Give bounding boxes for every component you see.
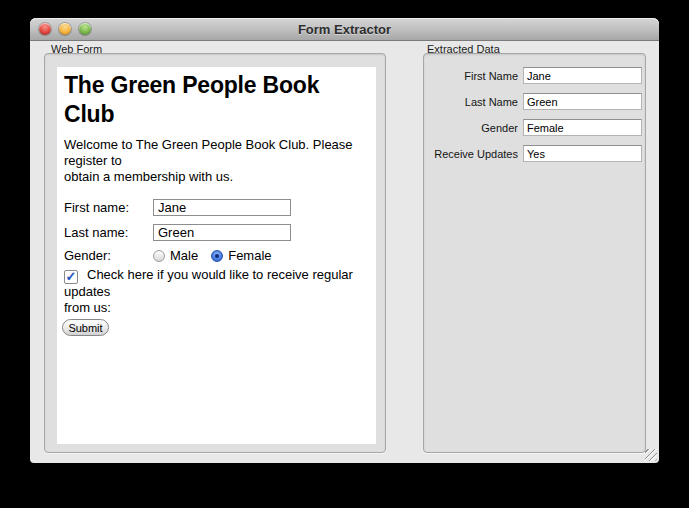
extracted-last-name-field[interactable]: [523, 93, 642, 110]
intro-text: Welcome to The Green People Book Club. P…: [64, 137, 366, 185]
title-bar[interactable]: Form Extractor: [30, 18, 659, 41]
window-content: Web Form The Green People BookClub Welco…: [30, 40, 659, 463]
updates-checkbox[interactable]: ✓: [64, 270, 78, 284]
app-window: Form Extractor Web Form The Green People…: [30, 18, 659, 463]
submit-button[interactable]: Submit: [62, 319, 109, 336]
updates-label: Check here if you would like to receive …: [64, 267, 353, 315]
last-name-row: Last name:: [64, 223, 366, 242]
extracted-data-panel: First Name Last Name Gender Receive Upda…: [423, 53, 646, 453]
extracted-receive-updates-label: Receive Updates: [424, 148, 523, 160]
radio-male[interactable]: [153, 250, 165, 262]
window-title: Form Extractor: [30, 22, 659, 37]
extracted-row-gender: Gender: [424, 119, 645, 136]
extracted-row-receive-updates: Receive Updates: [424, 145, 645, 162]
gender-label: Gender:: [64, 248, 153, 263]
extracted-row-first-name: First Name: [424, 67, 645, 84]
last-name-input[interactable]: [153, 224, 291, 241]
extracted-row-last-name: Last Name: [424, 93, 645, 110]
extracted-first-name-field[interactable]: [523, 67, 642, 84]
page-title: The Green People BookClub: [64, 71, 366, 129]
extracted-gender-field[interactable]: [523, 119, 642, 136]
extracted-first-name-label: First Name: [424, 70, 523, 82]
extracted-receive-updates-field[interactable]: [523, 145, 642, 162]
gender-row: Gender: Male Female: [64, 248, 366, 263]
updates-checkbox-row: ✓Check here if you would like to receive…: [64, 267, 366, 316]
checkmark-icon: ✓: [66, 269, 77, 284]
extracted-gender-label: Gender: [424, 122, 523, 134]
radio-male-label[interactable]: Male: [170, 248, 198, 263]
radio-female[interactable]: [211, 250, 223, 262]
web-form-panel: The Green People BookClub Welcome to The…: [44, 53, 386, 453]
radio-female-label[interactable]: Female: [228, 248, 271, 263]
resize-grip-icon[interactable]: [645, 449, 657, 461]
first-name-input[interactable]: [153, 199, 291, 216]
web-page: The Green People BookClub Welcome to The…: [57, 67, 376, 444]
first-name-label: First name:: [64, 200, 153, 215]
last-name-label: Last name:: [64, 225, 153, 240]
first-name-row: First name:: [64, 198, 366, 217]
extracted-last-name-label: Last Name: [424, 96, 523, 108]
